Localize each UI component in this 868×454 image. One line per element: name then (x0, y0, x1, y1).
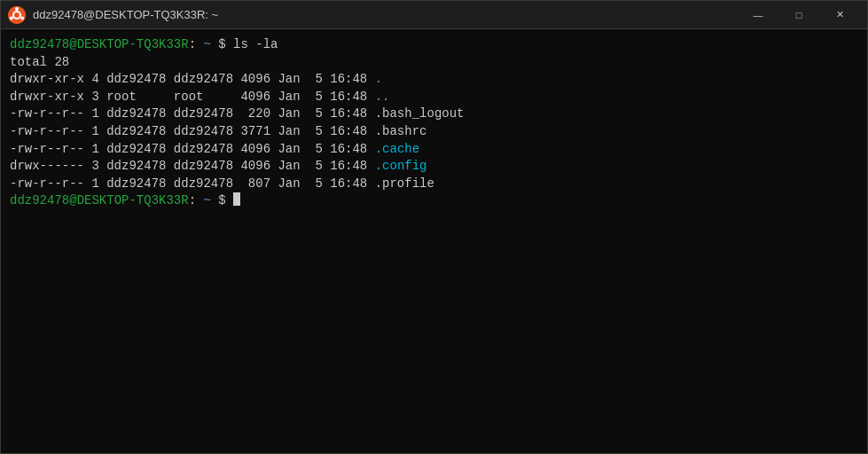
output-text: drwxr-xr-x 4 ddz92478 ddz92478 4096 Jan … (10, 71, 375, 89)
minimize-button[interactable]: — (738, 1, 778, 29)
prompt-dollar: $ (211, 36, 233, 54)
close-button[interactable]: ✕ (819, 1, 860, 29)
filename-dotdot: .. (375, 89, 390, 106)
output-line-4: -rw-r--r-- 1 ddz92478 ddz92478 3771 Jan … (10, 123, 858, 141)
output-text: -rw-r--r-- 1 ddz92478 ddz92478 807 Jan 5… (10, 176, 434, 193)
output-line-2: drwxr-xr-x 3 root root 4096 Jan 5 16:48 … (10, 89, 858, 106)
terminal-window: ddz92478@DESKTOP-TQ3K33R: ~ — □ ✕ ddz924… (0, 0, 868, 454)
prompt-user: ddz92478 (10, 36, 69, 54)
output-text: -rw-r--r-- 1 ddz92478 ddz92478 3771 Jan … (10, 123, 426, 141)
svg-point-2 (15, 7, 19, 11)
prompt-at: @ (69, 36, 76, 54)
filename-config: .config (375, 158, 427, 176)
output-text: total 28 (10, 54, 69, 72)
terminal-body[interactable]: ddz92478@DESKTOP-TQ3K33R: ~ $ ls -la tot… (1, 29, 867, 453)
svg-point-4 (10, 16, 13, 20)
cursor (233, 192, 240, 206)
filename-cache: .cache (375, 141, 419, 159)
command-line: ddz92478@DESKTOP-TQ3K33R: ~ $ ls -la (10, 36, 858, 54)
output-line-3: -rw-r--r-- 1 ddz92478 ddz92478 220 Jan 5… (10, 106, 858, 123)
output-text: -rw-r--r-- 1 ddz92478 ddz92478 4096 Jan … (10, 141, 375, 159)
final-prompt-user: ddz92478 (10, 192, 69, 210)
final-prompt-host: DESKTOP-TQ3K33R (77, 192, 189, 210)
maximize-button[interactable]: □ (778, 1, 819, 29)
output-line-7: -rw-r--r-- 1 ddz92478 ddz92478 807 Jan 5… (10, 176, 858, 193)
output-line-total: total 28 (10, 54, 858, 72)
final-prompt-path: ~ (196, 192, 211, 210)
titlebar: ddz92478@DESKTOP-TQ3K33R: ~ — □ ✕ (1, 1, 867, 29)
output-line-1: drwxr-xr-x 4 ddz92478 ddz92478 4096 Jan … (10, 71, 858, 89)
output-line-6: drwx------ 3 ddz92478 ddz92478 4096 Jan … (10, 158, 858, 176)
filename-dot: . (375, 71, 382, 89)
final-prompt-colon: : (189, 192, 196, 210)
window-controls: — □ ✕ (738, 1, 860, 29)
output-text: drwxr-xr-x 3 root root 4096 Jan 5 16:48 (10, 89, 375, 106)
output-text: drwx------ 3 ddz92478 ddz92478 4096 Jan … (10, 158, 375, 176)
output-line-5: -rw-r--r-- 1 ddz92478 ddz92478 4096 Jan … (10, 141, 858, 159)
final-prompt-at: @ (69, 192, 76, 210)
final-prompt-line: ddz92478@DESKTOP-TQ3K33R: ~ $ (10, 192, 858, 210)
svg-point-3 (20, 16, 24, 20)
output-text: -rw-r--r-- 1 ddz92478 ddz92478 220 Jan 5… (10, 106, 464, 123)
window-title: ddz92478@DESKTOP-TQ3K33R: ~ (33, 8, 738, 21)
final-prompt-dollar: $ (211, 192, 233, 210)
prompt-host: DESKTOP-TQ3K33R (77, 36, 189, 54)
prompt-path: ~ (196, 36, 211, 54)
command-text: ls -la (233, 36, 278, 54)
prompt-colon: : (189, 36, 196, 54)
ubuntu-icon (8, 6, 26, 24)
